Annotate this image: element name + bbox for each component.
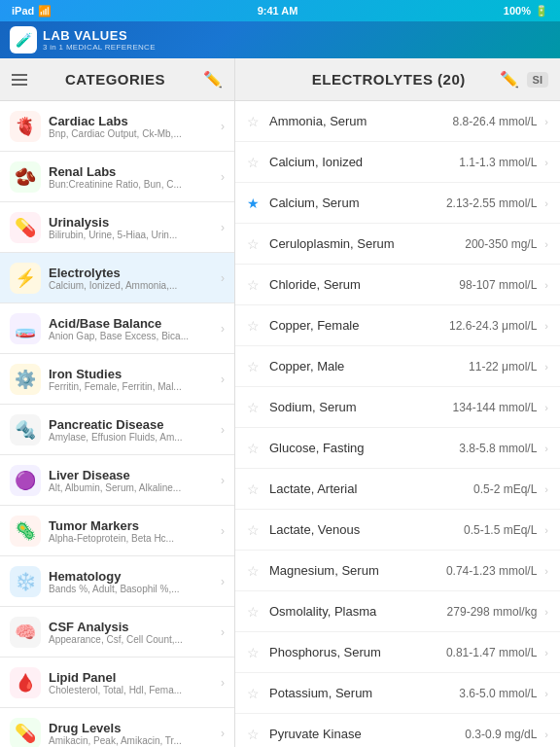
cat-text-tumor: Tumor Markers Alpha-Fetoprotein, Beta Hc… (49, 518, 217, 544)
status-time: 9:41 AM (258, 5, 298, 17)
lab-item-5[interactable]: ☆ Chloride, Serum 98-107 mmol/L › (235, 265, 560, 305)
cat-icon-pancreatic: 🔩 (10, 414, 41, 445)
star-icon-13[interactable]: ☆ (247, 604, 260, 620)
lab-range-7: 11-22 μmol/L (469, 360, 537, 374)
category-item-lipid[interactable]: 🩸 Lipid Panel Cholesterol, Total, Hdl, F… (0, 658, 234, 708)
star-icon-16[interactable]: ☆ (247, 727, 260, 742)
lab-name-6: Copper, Female (269, 318, 449, 333)
category-item-tumor[interactable]: 🦠 Tumor Markers Alpha-Fetoprotein, Beta … (0, 506, 234, 556)
lab-item-3[interactable]: ★ Calcium, Serum 2.13-2.55 mmol/L › (235, 183, 560, 224)
cat-name-tumor: Tumor Markers (49, 518, 217, 533)
si-badge[interactable]: SI (527, 72, 548, 88)
lab-item-1[interactable]: ☆ Ammonia, Serum 8.8-26.4 mmol/L › (235, 101, 560, 142)
left-panel: CATEGORIES ✏️ 🫀 Cardiac Labs Bnp, Cardia… (0, 58, 235, 747)
category-item-acidbase[interactable]: 🧫 Acid/Base Balance Anion Gap, Base Exce… (0, 303, 234, 354)
cat-icon-cardiac: 🫀 (10, 111, 41, 142)
app-subtitle: 3 in 1 MEDICAL REFERENCE (43, 43, 156, 52)
cat-name-pancreatic: Pancreatic Disease (49, 417, 217, 432)
category-item-hematology[interactable]: ❄️ Hematology Bands %, Adult, Basophil %… (0, 556, 234, 607)
star-icon-4[interactable]: ☆ (247, 236, 260, 252)
cat-icon-liver: 🟣 (10, 465, 41, 496)
star-icon-7[interactable]: ☆ (247, 359, 260, 374)
star-icon-5[interactable]: ☆ (247, 277, 260, 293)
category-item-renal[interactable]: 🫘 Renal Labs Bun:Creatinine Ratio, Bun, … (0, 152, 234, 202)
lab-item-9[interactable]: ☆ Glucose, Fasting 3.8-5.8 mmol/L › (235, 428, 560, 469)
lab-item-12[interactable]: ☆ Magnesium, Serum 0.74-1.23 mmol/L › (235, 551, 560, 591)
star-icon-11[interactable]: ☆ (247, 522, 260, 538)
app-title-block: LAB VALUES 3 in 1 MEDICAL REFERENCE (43, 28, 156, 52)
lab-arrow-7: › (544, 361, 548, 373)
category-item-urinalysis[interactable]: 💊 Urinalysis Bilirubin, Urine, 5-Hiaa, U… (0, 202, 234, 253)
lab-item-6[interactable]: ☆ Copper, Female 12.6-24.3 μmol/L › (235, 305, 560, 346)
star-icon-3[interactable]: ★ (247, 196, 260, 211)
cat-icon-acidbase: 🧫 (10, 313, 41, 344)
cat-icon-csf: 🧠 (10, 617, 41, 648)
lab-name-16: Pyruvate Kinase (269, 727, 465, 741)
menu-icon[interactable] (12, 74, 27, 86)
category-item-liver[interactable]: 🟣 Liver Disease Alt, Albumin, Serum, Alk… (0, 455, 234, 506)
lab-arrow-1: › (544, 116, 548, 127)
lab-name-14: Phosphorus, Serum (269, 645, 446, 659)
status-bar: iPad 📶 9:41 AM 100% 🔋 (0, 0, 560, 21)
category-item-pancreatic[interactable]: 🔩 Pancreatic Disease Amylase, Effusion F… (0, 405, 234, 455)
cat-name-hematology: Hematology (49, 569, 217, 584)
cat-text-hematology: Hematology Bands %, Adult, Basophil %,..… (49, 569, 217, 594)
lab-item-14[interactable]: ☆ Phosphorus, Serum 0.81-1.47 mmol/L › (235, 632, 560, 673)
lab-arrow-2: › (544, 157, 548, 168)
lab-arrow-13: › (544, 606, 548, 618)
lab-range-4: 200-350 mg/L (465, 237, 537, 251)
lab-range-2: 1.1-1.3 mmol/L (459, 156, 537, 169)
cat-icon-lipid: 🩸 (10, 667, 41, 698)
right-panel: ELECTROLYTES (20) ✏️ SI ☆ Ammonia, Serum… (235, 58, 560, 747)
cat-name-liver: Liver Disease (49, 468, 217, 482)
lab-range-11: 0.5-1.5 mEq/L (464, 523, 537, 537)
wifi-icon: 📶 (38, 5, 52, 18)
lab-item-10[interactable]: ☆ Lactate, Arterial 0.5-2 mEq/L › (235, 469, 560, 510)
cat-arrow-lipid: › (221, 676, 225, 690)
star-icon-15[interactable]: ☆ (247, 686, 260, 701)
category-item-iron[interactable]: ⚙️ Iron Studies Ferritin, Female, Ferrit… (0, 354, 234, 405)
cat-text-pancreatic: Pancreatic Disease Amylase, Effusion Flu… (49, 417, 217, 443)
cat-sub-renal: Bun:Creatinine Ratio, Bun, C... (49, 179, 217, 190)
lab-item-7[interactable]: ☆ Copper, Male 11-22 μmol/L › (235, 346, 560, 387)
lab-arrow-4: › (544, 238, 548, 250)
star-icon-10[interactable]: ☆ (247, 481, 260, 497)
lab-arrow-5: › (544, 279, 548, 291)
lab-range-6: 12.6-24.3 μmol/L (449, 319, 537, 333)
category-item-csf[interactable]: 🧠 CSF Analysis Appearance, Csf, Cell Cou… (0, 607, 234, 658)
star-icon-2[interactable]: ☆ (247, 155, 260, 170)
cat-icon-urinalysis: 💊 (10, 212, 41, 243)
categories-title: CATEGORIES (27, 71, 203, 88)
cat-text-liver: Liver Disease Alt, Albumin, Serum, Alkal… (49, 468, 217, 493)
star-icon-14[interactable]: ☆ (247, 645, 260, 660)
lab-name-11: Lactate, Venous (269, 522, 464, 537)
cat-arrow-pancreatic: › (221, 423, 225, 437)
star-icon-6[interactable]: ☆ (247, 318, 260, 334)
star-icon-8[interactable]: ☆ (247, 400, 260, 415)
categories-edit-icon[interactable]: ✏️ (203, 70, 223, 89)
electrolytes-edit-icon[interactable]: ✏️ (500, 70, 519, 89)
category-item-electrolytes[interactable]: ⚡ Electrolytes Calcium, Ionized, Ammonia… (0, 253, 234, 303)
lab-item-8[interactable]: ☆ Sodium, Serum 134-144 mmol/L › (235, 387, 560, 428)
cat-icon-drug: 💊 (10, 718, 41, 748)
lab-item-15[interactable]: ☆ Potassium, Serum 3.6-5.0 mmol/L › (235, 673, 560, 714)
lab-item-2[interactable]: ☆ Calcium, Ionized 1.1-1.3 mmol/L › (235, 142, 560, 183)
lab-range-5: 98-107 mmol/L (459, 278, 537, 292)
lab-item-11[interactable]: ☆ Lactate, Venous 0.5-1.5 mEq/L › (235, 510, 560, 551)
lab-name-2: Calcium, Ionized (269, 155, 459, 169)
cat-icon-renal: 🫘 (10, 161, 41, 193)
star-icon-9[interactable]: ☆ (247, 441, 260, 456)
cat-name-renal: Renal Labs (49, 164, 217, 179)
lab-item-4[interactable]: ☆ Ceruloplasmin, Serum 200-350 mg/L › (235, 224, 560, 265)
star-icon-12[interactable]: ☆ (247, 563, 260, 579)
category-item-drug[interactable]: 💊 Drug Levels Amikacin, Peak, Amikacin, … (0, 708, 234, 747)
lab-item-16[interactable]: ☆ Pyruvate Kinase 0.3-0.9 mg/dL › (235, 714, 560, 747)
cat-sub-pancreatic: Amylase, Effusion Fluids, Am... (49, 432, 217, 443)
cat-arrow-cardiac: › (221, 120, 225, 133)
lab-item-13[interactable]: ☆ Osmolality, Plasma 279-298 mmol/kg › (235, 591, 560, 632)
star-icon-1[interactable]: ☆ (247, 114, 260, 129)
lab-range-13: 279-298 mmol/kg (447, 605, 538, 619)
cat-name-drug: Drug Levels (49, 721, 217, 735)
lab-range-8: 134-144 mmol/L (453, 401, 538, 414)
category-item-cardiac[interactable]: 🫀 Cardiac Labs Bnp, Cardiac Output, Ck-M… (0, 101, 234, 152)
